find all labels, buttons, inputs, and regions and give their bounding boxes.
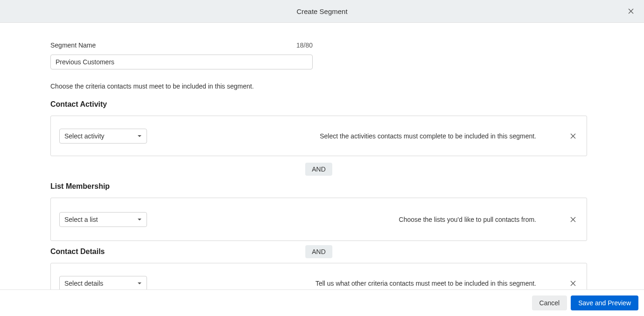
details-left: Select details [59,276,147,290]
list-right: Choose the lists you'd like to pull cont… [399,215,577,224]
close-icon [569,280,577,287]
list-hint: Choose the lists you'd like to pull cont… [399,216,536,223]
details-right: Tell us what other criteria contacts mus… [315,279,577,288]
list-left: Select a list [59,212,147,227]
section-title-details: Contact Details [50,247,105,256]
chevron-down-icon [137,281,142,286]
chevron-down-icon [137,217,142,222]
activity-left: Select activity [59,129,147,144]
cancel-button[interactable]: Cancel [532,295,567,310]
details-hint: Tell us what other criteria contacts mus… [315,280,536,287]
details-select-label: Select details [64,280,103,287]
list-select-label: Select a list [64,216,98,223]
and-badge: AND [305,163,332,176]
content-wrapper: Segment Name 18/80 Choose the criteria c… [50,41,637,289]
and-connector-1: AND [50,163,587,176]
segment-name-row: Segment Name 18/80 [50,41,313,49]
modal-footer: Cancel Save and Preview [0,289,644,316]
criteria-intro-text: Choose the criteria contacts must meet t… [50,82,637,90]
activity-hint: Select the activities contacts must comp… [320,132,536,140]
remove-details-button[interactable] [569,279,577,288]
remove-list-button[interactable] [569,215,577,224]
segment-name-char-count: 18/80 [296,41,313,49]
activity-right: Select the activities contacts must comp… [320,132,577,140]
contact-details-header-row: Contact Details AND [50,247,587,256]
and-badge: AND [305,245,332,258]
list-card: Select a list Choose the lists you'd lik… [50,198,587,241]
modal-title: Create Segment [296,7,347,15]
details-select[interactable]: Select details [59,276,147,290]
list-select[interactable]: Select a list [59,212,147,227]
modal-header: Create Segment [0,0,644,23]
modal-body: Segment Name 18/80 Choose the criteria c… [0,23,644,289]
close-icon [569,216,577,223]
save-preview-button[interactable]: Save and Preview [571,295,638,310]
segment-name-input[interactable] [50,55,313,69]
close-icon [627,7,635,15]
close-button[interactable] [626,7,636,16]
section-title-list: List Membership [50,182,637,191]
segment-name-label: Segment Name [50,41,96,49]
activity-select-label: Select activity [64,132,105,140]
chevron-down-icon [137,134,142,138]
activity-select[interactable]: Select activity [59,129,147,144]
close-icon [569,132,577,140]
activity-card: Select activity Select the activities co… [50,116,587,156]
details-card: Select details Tell us what other criter… [50,263,587,289]
remove-activity-button[interactable] [569,132,577,140]
section-title-activity: Contact Activity [50,100,637,109]
